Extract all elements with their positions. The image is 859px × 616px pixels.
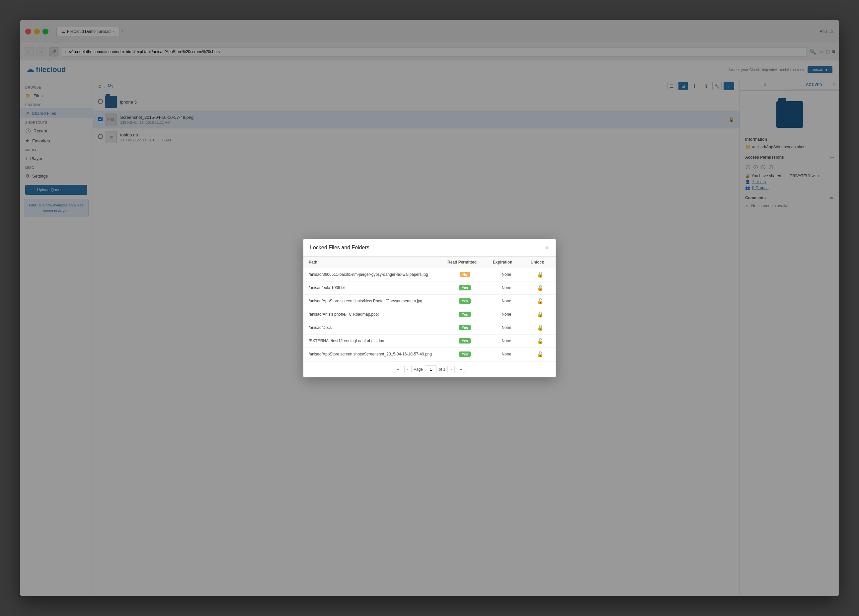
cell-expiration: None: [487, 295, 525, 308]
unlock-icon[interactable]: 🔓: [537, 312, 544, 317]
cell-expiration: None: [487, 334, 525, 348]
cell-unlock: 🔓: [525, 281, 556, 295]
cell-expiration: None: [487, 321, 525, 334]
cell-unlock: 🔓: [525, 334, 556, 348]
cell-expiration: None: [487, 308, 525, 321]
modal-close-button[interactable]: ×: [545, 244, 549, 251]
unlock-icon[interactable]: 🔓: [537, 325, 544, 331]
read-badge: Yes: [459, 285, 471, 290]
locked-files-modal: Locked Files and Folders × Path Read Per…: [303, 239, 556, 377]
cell-read-permitted: Yes: [442, 348, 487, 361]
table-row: /anisad/eula.1036.txt Yes None 🔓: [303, 281, 556, 295]
cell-path: /anisad/Docs: [303, 321, 442, 334]
cell-read-permitted: Yes: [442, 308, 487, 321]
cell-unlock: 🔓: [525, 348, 556, 361]
col-header-expiration: Expiration: [487, 257, 525, 268]
cell-path: /anisad/AppStore screen shots/New Photos…: [303, 295, 442, 308]
read-badge: Yes: [459, 325, 471, 330]
page-next-button[interactable]: ›: [447, 366, 455, 373]
col-header-read: Read Permitted: [442, 257, 487, 268]
page-number-input[interactable]: [425, 365, 437, 373]
unlock-icon[interactable]: 🔓: [537, 298, 544, 304]
modal-footer: « ‹ Page of 1 › »: [303, 361, 556, 377]
cell-path: /anisad/eula.1036.txt: [303, 281, 442, 295]
col-header-path: Path: [303, 257, 442, 268]
cell-expiration: None: [487, 348, 525, 361]
cell-path: /anisad/AppStore screen shots/Screenshot…: [303, 348, 442, 361]
table-row: /anisad/Docs Yes None 🔓: [303, 321, 556, 334]
cell-read-permitted: No: [442, 268, 487, 281]
cell-expiration: None: [487, 281, 525, 295]
browser-window: ☁ FileCloud Demo | anisad × + Anis ⚠ ‹ ›…: [20, 20, 839, 596]
cell-unlock: 🔓: [525, 295, 556, 308]
of-label: of 1: [439, 367, 445, 372]
table-row: /anisad/AppStore screen shots/New Photos…: [303, 295, 556, 308]
unlock-icon[interactable]: 🔓: [537, 351, 544, 357]
cell-unlock: 🔓: [525, 268, 556, 281]
cell-read-permitted: Yes: [442, 321, 487, 334]
page-last-button[interactable]: »: [457, 366, 465, 373]
table-row: /anisad/Anis's phone/FC Roadmap.pptx Yes…: [303, 308, 556, 321]
cell-path: /anisad/3606511-pacific-rim-jaeger-gypsy…: [303, 268, 442, 281]
col-header-unlock: Unlock: [525, 257, 556, 268]
modal-header: Locked Files and Folders ×: [303, 239, 556, 257]
cell-path: /anisad/Anis's phone/FC Roadmap.pptx: [303, 308, 442, 321]
page-prev-button[interactable]: ‹: [404, 366, 412, 373]
locked-files-table: Path Read Permitted Expiration Unlock /a…: [303, 257, 556, 361]
table-header-row: Path Read Permitted Expiration Unlock: [303, 257, 556, 268]
modal-overlay: Locked Files and Folders × Path Read Per…: [20, 20, 839, 596]
page-label: Page: [414, 367, 423, 372]
read-badge: Yes: [459, 338, 471, 343]
cell-read-permitted: Yes: [442, 281, 487, 295]
read-badge: No: [460, 272, 470, 277]
read-badge: Yes: [459, 312, 471, 317]
unlock-icon[interactable]: 🔓: [537, 285, 544, 291]
read-badge: Yes: [459, 298, 471, 304]
table-row: /anisad/AppStore screen shots/Screenshot…: [303, 348, 556, 361]
read-badge: Yes: [459, 351, 471, 357]
cell-read-permitted: Yes: [442, 295, 487, 308]
cell-path: /EXTERNAL/test1/LendingLoanLabels.doc: [303, 334, 442, 348]
table-row: /EXTERNAL/test1/LendingLoanLabels.doc Ye…: [303, 334, 556, 348]
page-first-button[interactable]: «: [394, 366, 402, 373]
cell-expiration: None: [487, 268, 525, 281]
cell-read-permitted: Yes: [442, 334, 487, 348]
modal-title: Locked Files and Folders: [310, 245, 369, 251]
cell-unlock: 🔓: [525, 308, 556, 321]
cell-unlock: 🔓: [525, 321, 556, 334]
unlock-icon[interactable]: 🔓: [537, 272, 544, 278]
modal-body: Path Read Permitted Expiration Unlock /a…: [303, 257, 556, 361]
unlock-icon[interactable]: 🔓: [537, 338, 544, 344]
table-row: /anisad/3606511-pacific-rim-jaeger-gypsy…: [303, 268, 556, 281]
